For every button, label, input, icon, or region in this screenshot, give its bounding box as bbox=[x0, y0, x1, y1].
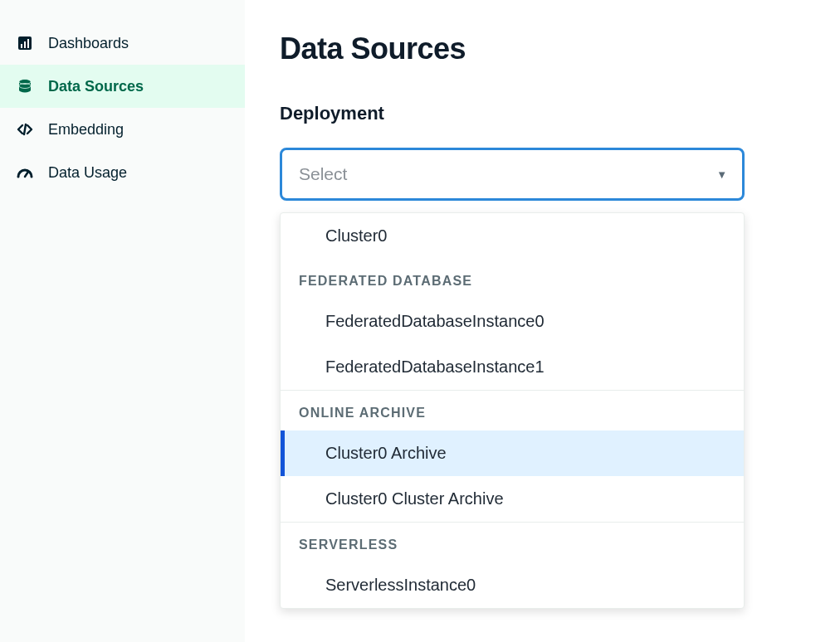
svg-rect-3 bbox=[27, 39, 29, 48]
deployment-dropdown[interactable]: Cluster0 Federated Database FederatedDat… bbox=[280, 212, 745, 609]
sidebar-item-label: Data Sources bbox=[48, 78, 144, 95]
chevron-down-icon: ▼ bbox=[716, 168, 727, 181]
page-title: Data Sources bbox=[280, 32, 805, 66]
data-usage-icon bbox=[17, 167, 38, 178]
embedding-icon bbox=[17, 121, 38, 138]
main-content: Data Sources Deployment Select ▼ Cluster… bbox=[245, 0, 840, 642]
section-label-deployment: Deployment bbox=[280, 103, 805, 124]
dropdown-option-serverlessinstance0[interactable]: ServerlessInstance0 bbox=[281, 562, 744, 608]
sidebar-item-embedding[interactable]: Embedding bbox=[0, 108, 245, 151]
svg-line-8 bbox=[25, 172, 28, 177]
sidebar-item-data-usage[interactable]: Data Usage bbox=[0, 151, 245, 194]
dropdown-group-serverless: Serverless bbox=[281, 522, 744, 562]
dropdown-option-cluster0-archive[interactable]: Cluster0 Archive bbox=[281, 430, 744, 476]
sidebar: Dashboards Data Sources bbox=[0, 0, 245, 642]
dropdown-option-cluster0-cluster-archive[interactable]: Cluster0 Cluster Archive bbox=[281, 476, 744, 522]
dropdown-group-online-archive: Online Archive bbox=[281, 390, 744, 430]
sidebar-item-dashboards[interactable]: Dashboards bbox=[0, 22, 245, 65]
svg-rect-2 bbox=[24, 41, 26, 48]
svg-line-7 bbox=[24, 124, 26, 134]
deployment-select-wrap: Select ▼ Cluster0 Federated Database Fed… bbox=[280, 148, 745, 201]
sidebar-item-label: Embedding bbox=[48, 121, 124, 139]
select-placeholder: Select bbox=[299, 164, 347, 184]
sidebar-item-data-sources[interactable]: Data Sources bbox=[0, 65, 245, 108]
deployment-select[interactable]: Select ▼ bbox=[280, 148, 745, 201]
svg-rect-1 bbox=[21, 44, 22, 48]
dropdown-option-cluster0[interactable]: Cluster0 bbox=[281, 213, 744, 259]
dropdown-option-federateddatabaseinstance1[interactable]: FederatedDatabaseInstance1 bbox=[281, 344, 744, 390]
dashboards-icon bbox=[17, 35, 38, 51]
dropdown-group-federated-database: Federated Database bbox=[281, 259, 744, 299]
sidebar-item-label: Dashboards bbox=[48, 35, 129, 52]
data-sources-icon bbox=[17, 78, 38, 95]
app-root: Dashboards Data Sources bbox=[0, 0, 840, 642]
sidebar-item-label: Data Usage bbox=[48, 164, 127, 182]
dropdown-option-federateddatabaseinstance0[interactable]: FederatedDatabaseInstance0 bbox=[281, 299, 744, 344]
